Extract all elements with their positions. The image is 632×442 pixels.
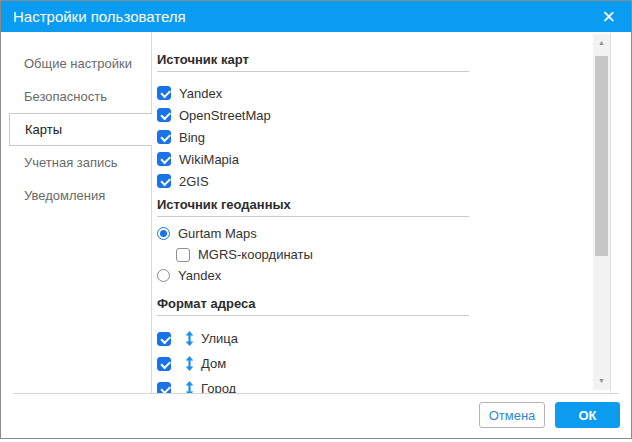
geodata-row-gurtam-maps[interactable]: Gurtam Maps bbox=[157, 223, 592, 244]
checkbox-mgrs-coordinates[interactable] bbox=[176, 248, 190, 262]
sidebar-item-general-settings[interactable]: Общие настройки bbox=[1, 47, 151, 80]
checkbox-label: Yandex bbox=[179, 86, 222, 101]
dialog-title: Настройки пользователя bbox=[13, 8, 186, 25]
map-source-row-bing[interactable]: Bing bbox=[157, 126, 592, 148]
checkbox-label: WikiMapia bbox=[179, 152, 239, 167]
sidebar-item-notifications[interactable]: Уведомления bbox=[1, 179, 151, 212]
geodata-source-options: Gurtam Maps MGRS-координаты Yandex bbox=[157, 223, 592, 286]
checkbox-label: MGRS-координаты bbox=[198, 247, 313, 262]
dialog-footer: Отмена ОК bbox=[1, 394, 631, 438]
scrollbar-up-arrow-icon[interactable]: ▲ bbox=[593, 38, 610, 48]
section-title-map-source: Источник карт bbox=[157, 52, 469, 72]
map-source-options: Yandex OpenStreetMap Bing WikiMapia bbox=[157, 82, 592, 192]
checkbox-label: OpenStreetMap bbox=[179, 108, 271, 123]
cancel-button[interactable]: Отмена bbox=[479, 402, 545, 428]
checkbox-street[interactable] bbox=[157, 332, 171, 346]
scrollbar-thumb[interactable] bbox=[595, 56, 608, 256]
screen: Настройки пользователя × Общие настройки… bbox=[0, 0, 632, 442]
checkbox-bing[interactable] bbox=[157, 130, 171, 144]
sidebar: Общие настройки Безопасность Карты Учетн… bbox=[1, 32, 152, 393]
scrollbar[interactable]: ▲ ▼ bbox=[593, 34, 610, 390]
checkbox-house[interactable] bbox=[157, 357, 171, 371]
close-icon[interactable]: × bbox=[598, 7, 619, 27]
address-format-options: Улица Дом Город bbox=[157, 326, 592, 393]
section-title-address-format: Формат адреса bbox=[157, 296, 469, 316]
drag-handle-icon[interactable] bbox=[185, 381, 194, 393]
checkbox-label: Улица bbox=[201, 331, 238, 346]
checkbox-wikimapia[interactable] bbox=[157, 152, 171, 166]
dialog-body: Общие настройки Безопасность Карты Учетн… bbox=[1, 32, 631, 393]
address-row-city[interactable]: Город bbox=[157, 376, 592, 393]
map-source-row-openstreetmap[interactable]: OpenStreetMap bbox=[157, 104, 592, 126]
content-right-divider bbox=[610, 32, 611, 393]
map-source-row-2gis[interactable]: 2GIS bbox=[157, 170, 592, 192]
map-source-row-wikimapia[interactable]: WikiMapia bbox=[157, 148, 592, 170]
sidebar-item-maps[interactable]: Карты bbox=[9, 113, 152, 146]
checkbox-label: Bing bbox=[179, 130, 205, 145]
radio-label: Yandex bbox=[178, 268, 221, 283]
radio-label: Gurtam Maps bbox=[178, 226, 257, 241]
checkbox-2gis[interactable] bbox=[157, 174, 171, 188]
geodata-row-yandex[interactable]: Yandex bbox=[157, 265, 592, 286]
checkbox-label: Дом bbox=[201, 356, 226, 371]
checkbox-city[interactable] bbox=[157, 382, 171, 394]
checkbox-yandex[interactable] bbox=[157, 86, 171, 100]
map-source-row-yandex[interactable]: Yandex bbox=[157, 82, 592, 104]
ok-button[interactable]: ОК bbox=[555, 402, 620, 428]
user-settings-dialog: Настройки пользователя × Общие настройки… bbox=[0, 0, 632, 439]
drag-handle-icon[interactable] bbox=[185, 356, 194, 371]
address-row-house[interactable]: Дом bbox=[157, 351, 592, 376]
scrollbar-down-arrow-icon[interactable]: ▼ bbox=[593, 376, 610, 386]
geodata-row-mgrs[interactable]: MGRS-координаты bbox=[176, 244, 592, 265]
checkbox-label: 2GIS bbox=[179, 174, 209, 189]
checkbox-openstreetmap[interactable] bbox=[157, 108, 171, 122]
drag-handle-icon[interactable] bbox=[185, 331, 194, 346]
section-title-geodata-source: Источник геоданных bbox=[157, 197, 469, 217]
dialog-titlebar: Настройки пользователя × bbox=[1, 1, 631, 32]
sidebar-item-account[interactable]: Учетная запись bbox=[1, 146, 151, 179]
radio-yandex[interactable] bbox=[157, 269, 170, 282]
radio-gurtam-maps[interactable] bbox=[157, 227, 170, 240]
sidebar-item-security[interactable]: Безопасность bbox=[1, 80, 151, 113]
address-row-street[interactable]: Улица bbox=[157, 326, 592, 351]
checkbox-label: Город bbox=[201, 381, 236, 393]
settings-content: Источник карт Yandex OpenStreetMap Bing bbox=[152, 32, 592, 393]
